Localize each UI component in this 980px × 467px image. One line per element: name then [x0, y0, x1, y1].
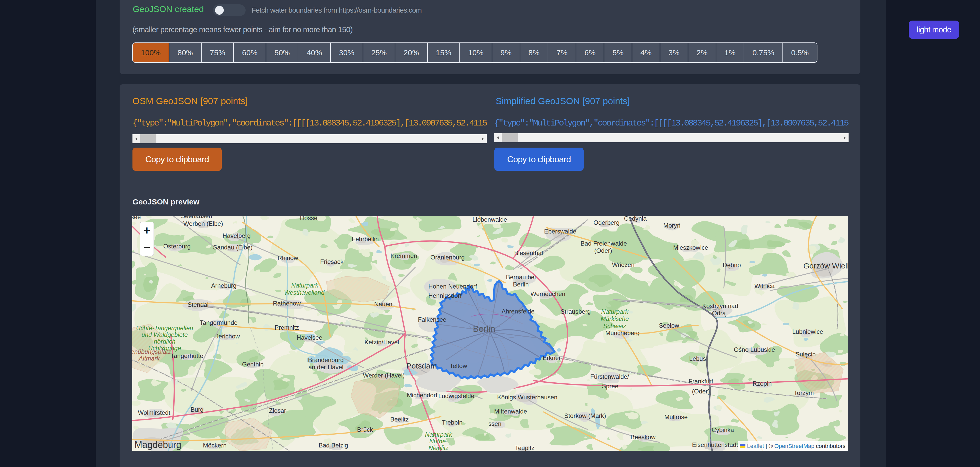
- svg-text:Dosse: Dosse: [300, 216, 317, 221]
- svg-text:Jerichow: Jerichow: [216, 333, 240, 340]
- svg-text:Altmark: Altmark: [138, 355, 160, 362]
- svg-text:Nuthe-: Nuthe-: [429, 438, 448, 445]
- svg-text:Biesenthal: Biesenthal: [514, 249, 543, 256]
- svg-text:Naturpark: Naturpark: [291, 282, 319, 289]
- svg-text:Frankfurt: Frankfurt: [689, 378, 713, 385]
- svg-text:Sandau (Elbe): Sandau (Elbe): [213, 244, 252, 251]
- svg-text:Märkische: Märkische: [601, 315, 628, 322]
- svg-text:Wolmirstedt: Wolmirstedt: [138, 409, 170, 416]
- svg-text:Fürstenwalde/: Fürstenwalde/: [590, 373, 629, 380]
- svg-text:Spree: Spree: [602, 383, 618, 389]
- svg-text:Erkner: Erkner: [543, 354, 561, 361]
- svg-text:Schweiz: Schweiz: [603, 322, 626, 329]
- svg-text:Bad Belzig: Bad Belzig: [319, 442, 348, 449]
- svg-text:Rhinow: Rhinow: [278, 254, 298, 261]
- svg-text:Teupitz: Teupitz: [515, 444, 535, 451]
- svg-text:Tangermünde: Tangermünde: [200, 319, 238, 326]
- svg-text:Königs Wusterhausen: Königs Wusterhausen: [497, 394, 557, 401]
- svg-text:Premnitz: Premnitz: [275, 324, 299, 331]
- svg-text:Lebus: Lebus: [689, 355, 706, 362]
- svg-text:Berlin: Berlin: [513, 281, 528, 288]
- svg-text:Fehrbellin: Fehrbellin: [352, 235, 379, 243]
- svg-text:Müllrose: Müllrose: [664, 413, 688, 421]
- svg-text:Berlin: Berlin: [473, 324, 495, 334]
- svg-text:Mieszkowice: Mieszkowice: [673, 244, 708, 251]
- svg-text:Trebbin: Trebbin: [442, 419, 463, 426]
- svg-text:Gorzów Wielkopol: Gorzów Wielkopol: [803, 262, 848, 270]
- svg-text:Nauen: Nauen: [374, 300, 393, 308]
- svg-text:Odrą: Odrą: [712, 310, 726, 316]
- svg-text:Beeskow: Beeskow: [630, 434, 655, 440]
- svg-text:Müncheberg: Müncheberg: [605, 329, 640, 336]
- svg-text:Havelberg: Havelberg: [223, 232, 251, 239]
- svg-text:Arneburg: Arneburg: [211, 282, 237, 289]
- svg-text:Witnica: Witnica: [754, 282, 775, 289]
- svg-text:Eberswalde: Eberswalde: [544, 228, 576, 235]
- svg-text:und Waldgebiete: und Waldgebiete: [142, 331, 188, 338]
- svg-text:ssen: ssen: [488, 420, 501, 427]
- svg-text:Osterburg: Osterburg: [163, 243, 191, 250]
- svg-text:Ketzin/Havel: Ketzin/Havel: [364, 339, 399, 346]
- svg-text:Rathenow: Rathenow: [273, 300, 301, 307]
- svg-text:Oderberg: Oderberg: [593, 219, 619, 226]
- svg-text:Wriezen: Wriezen: [612, 261, 635, 268]
- svg-text:Naturpark: Naturpark: [601, 308, 628, 315]
- svg-text:Rzepin: Rzepin: [752, 380, 772, 387]
- svg-text:Eisenhüttenstadt: Eisenhüttenstadt: [692, 441, 738, 448]
- svg-text:Werneuchen: Werneuchen: [530, 290, 565, 297]
- svg-text:Havelsee: Havelsee: [297, 334, 322, 341]
- svg-text:Seehausen: Seehausen: [181, 216, 212, 219]
- svg-text:(Oder): (Oder): [692, 388, 710, 395]
- svg-text:Bernau bei: Bernau bei: [506, 273, 536, 281]
- svg-text:Nieplitz: Nieplitz: [428, 444, 449, 451]
- svg-text:Bad Freienwalde: Bad Freienwalde: [581, 240, 627, 247]
- svg-text:Möckern: Möckern: [203, 442, 227, 449]
- svg-text:Dębno: Dębno: [723, 262, 741, 268]
- svg-text:Teltow: Teltow: [450, 362, 468, 369]
- svg-text:Brandenburg: Brandenburg: [308, 356, 344, 363]
- svg-text:Ośno Lubuskie: Ośno Lubuskie: [734, 346, 775, 353]
- svg-text:Michendorf: Michendorf: [407, 392, 438, 399]
- svg-text:(Oder): (Oder): [594, 247, 612, 254]
- svg-text:Tangerhütte: Tangerhütte: [171, 352, 204, 359]
- svg-text:Magdeburg: Magdeburg: [135, 440, 181, 450]
- svg-text:Ludwigsfelde: Ludwigsfelde: [438, 392, 474, 399]
- svg-text:Liebenwalde: Liebenwalde: [473, 216, 507, 223]
- svg-text:Cedynia: Cedynia: [624, 216, 647, 222]
- svg-text:Oranienburg: Oranienburg: [430, 254, 465, 261]
- svg-text:Seelow: Seelow: [659, 322, 679, 329]
- svg-text:Werben (Elbe): Werben (Elbe): [183, 220, 223, 227]
- svg-text:Friesack: Friesack: [320, 258, 344, 265]
- svg-text:Cybinka: Cybinka: [712, 426, 734, 433]
- svg-text:Uchte-Tangerquellen: Uchte-Tangerquellen: [136, 324, 193, 332]
- svg-text:Falkensee: Falkensee: [418, 316, 447, 323]
- svg-text:Mittenwalde: Mittenwalde: [494, 408, 527, 415]
- svg-text:an der Havel: an der Havel: [309, 364, 344, 370]
- svg-text:Westhavelland: Westhavelland: [284, 289, 325, 296]
- svg-text:Naturpark: Naturpark: [425, 431, 452, 438]
- svg-text:Strausberg: Strausberg: [560, 308, 590, 315]
- svg-text:Hohen Neuendorf: Hohen Neuendorf: [428, 283, 477, 290]
- svg-text:Ahrensfelde: Ahrensfelde: [501, 308, 535, 315]
- svg-text:Moryń: Moryń: [663, 222, 681, 229]
- svg-text:Kostrzyn nad: Kostrzyn nad: [702, 302, 738, 309]
- svg-text:Torzym: Torzym: [794, 389, 814, 396]
- svg-text:Stendal: Stendal: [188, 301, 208, 308]
- svg-text:Burg: Burg: [191, 406, 204, 413]
- svg-text:Werder (Havel): Werder (Havel): [363, 372, 405, 379]
- svg-text:Potsdam: Potsdam: [406, 362, 437, 370]
- svg-text:Brück: Brück: [357, 426, 373, 433]
- svg-text:Hennigsdorf: Hennigsdorf: [428, 292, 462, 299]
- svg-text:Ziesar: Ziesar: [269, 407, 286, 414]
- svg-text:penübungsplatz: penübungsplatz: [132, 348, 171, 355]
- svg-text:Kremmen: Kremmen: [390, 252, 417, 259]
- svg-text:Sulęcin: Sulęcin: [795, 351, 816, 358]
- svg-text:nördlich: nördlich: [154, 338, 175, 345]
- svg-text:Beelitz: Beelitz: [390, 416, 409, 423]
- svg-text:Lubniewice: Lubniewice: [792, 328, 823, 335]
- svg-text:Genthin: Genthin: [242, 361, 264, 368]
- svg-text:see: see: [132, 216, 141, 221]
- svg-text:Storkow (Mark): Storkow (Mark): [564, 412, 606, 419]
